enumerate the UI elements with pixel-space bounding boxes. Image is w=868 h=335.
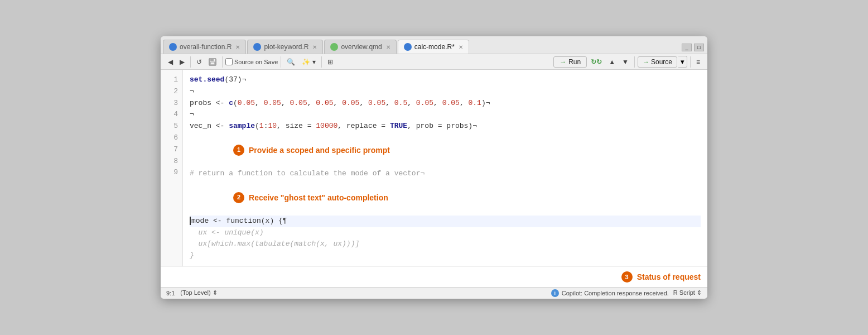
annotation-1-circle: 1 (233, 145, 244, 156)
code-content: 1 2 3 4 5 6 7 8 9 set.seed(37)¬ ¬ probs … (161, 70, 707, 266)
annotation-1-label: 1 Provide a scoped and specific prompt (233, 144, 390, 156)
ghost-line-1: ux <- unique(x) (190, 227, 701, 239)
tab-label: overview.qmd (341, 43, 382, 51)
r-file-icon (404, 43, 412, 51)
line-num: 6 (167, 132, 178, 144)
save-icon (209, 58, 216, 66)
source-btn[interactable]: → Source (638, 56, 677, 68)
code-line-4: ¬ (190, 109, 701, 121)
divider (190, 56, 191, 68)
tab-close-btn[interactable]: ✕ (312, 44, 317, 50)
line-num: 5 (167, 121, 178, 132)
code-line-5: vec_n <- sample(1:10, size = 10000, repl… (190, 121, 701, 132)
divider (634, 56, 635, 68)
line-num (167, 190, 178, 202)
divider (321, 56, 322, 68)
window-controls: _ □ (678, 44, 707, 54)
save-btn[interactable] (206, 57, 219, 67)
code-line-8: 2 Receive "ghost text" auto-completion (190, 180, 701, 216)
divider (222, 56, 223, 68)
code-line-1: set.seed(37)¬ (190, 74, 701, 86)
run-btn[interactable]: → Run (553, 56, 587, 68)
tab-overview[interactable]: overview.qmd ✕ (324, 40, 396, 54)
cursor (190, 217, 191, 225)
menu-btn[interactable]: ≡ (693, 57, 703, 67)
qmd-file-icon (330, 43, 338, 51)
source-arrow-icon: → (643, 58, 649, 66)
copilot-text: Copilot: Completion response received. (562, 290, 669, 296)
annotation-1-text: Provide a scoped and specific prompt (249, 144, 390, 156)
divider (690, 56, 691, 68)
svg-rect-1 (210, 59, 214, 61)
search-btn[interactable]: 🔍 (284, 57, 298, 67)
line-num: 3 (167, 98, 178, 109)
annotation-3-area: 3 Status of request (161, 266, 707, 287)
run-arrow-icon: → (560, 58, 566, 66)
line-num (167, 202, 178, 214)
code-line-9: mode <- function(x) {¶ (190, 216, 701, 227)
annotation-2-label: 2 Receive "ghost text" auto-completion (233, 192, 388, 204)
forward-btn[interactable]: ▶ (177, 57, 187, 67)
line-num (167, 179, 178, 190)
copilot-status: i Copilot: Completion response received. (551, 289, 669, 297)
tab-label: calc-mode.R* (414, 43, 455, 51)
minimize-btn[interactable]: _ (682, 44, 692, 51)
divider (281, 56, 281, 68)
toolbar: ◀ ▶ ↺ Source on Save 🔍 ✨ ▾ ⊞ → Run ↻↻ (161, 54, 707, 70)
tab-close-btn[interactable]: ✕ (386, 44, 390, 50)
language-indicator[interactable]: R Script ⇕ (673, 289, 702, 296)
tab-calc-mode[interactable]: calc-mode.R* ✕ (398, 40, 469, 54)
ghost-line-2: ux[which.max(tabulate(match(x, ux)))] (190, 238, 701, 250)
down-btn[interactable]: ▼ (619, 57, 631, 67)
magic-btn[interactable]: ✨ ▾ (299, 57, 318, 67)
annotation-2-circle: 2 (233, 192, 244, 203)
annotation-3-circle: 3 (621, 271, 633, 283)
info-icon: i (551, 289, 559, 297)
annotation-3-text: Status of request (637, 272, 701, 281)
svg-rect-2 (210, 62, 215, 65)
cursor-position: 9:1 (166, 290, 175, 296)
line-num: 7 (167, 144, 178, 156)
tab-bar: overall-function.R ✕ plot-keyword.R ✕ ov… (161, 36, 707, 54)
reload-btn[interactable]: ↺ (194, 57, 205, 67)
tab-close-btn[interactable]: ✕ (459, 44, 463, 50)
code-lines[interactable]: set.seed(37)¬ ¬ probs <- c(0.05, 0.05, 0… (183, 70, 707, 266)
line-num: 4 (167, 109, 178, 121)
code-line-2: ¬ (190, 86, 701, 98)
r-file-icon (169, 43, 177, 51)
line-num: 1 (167, 74, 178, 86)
tab-overall-function[interactable]: overall-function.R ✕ (163, 40, 246, 54)
source-on-save-checkbox[interactable] (225, 58, 233, 65)
code-line-3: probs <- c(0.05, 0.05, 0.05, 0.05, 0.05,… (190, 98, 701, 109)
status-bar-right: i Copilot: Completion response received.… (551, 289, 702, 297)
status-bar: 9:1 (Top Level) ⇕ i Copilot: Completion … (161, 287, 707, 299)
r-file-icon (253, 43, 261, 51)
copy-btn[interactable]: ⊞ (325, 57, 336, 67)
re-run-btn[interactable]: ↻↻ (588, 57, 605, 67)
code-area: 1 2 3 4 5 6 7 8 9 set.seed(37)¬ ¬ probs … (161, 70, 707, 287)
line-num: 9 (167, 167, 178, 179)
back-btn[interactable]: ◀ (165, 57, 176, 67)
line-numbers: 1 2 3 4 5 6 7 8 9 (161, 70, 183, 266)
scope-indicator: (Top Level) ⇕ (180, 289, 217, 296)
re-run-icon: ↻↻ (591, 58, 602, 66)
code-line-6: 1 Provide a scoped and specific prompt (190, 132, 701, 168)
up-btn[interactable]: ▲ (606, 57, 618, 67)
annotation-3-label: 3 Status of request (621, 271, 701, 283)
ghost-line-3: } (190, 250, 701, 262)
line-num: 2 (167, 86, 178, 98)
source-dropdown-btn[interactable]: ▾ (678, 56, 687, 68)
editor-window: overall-function.R ✕ plot-keyword.R ✕ ov… (161, 36, 707, 299)
line-num: 8 (167, 156, 178, 168)
maximize-btn[interactable]: □ (694, 44, 704, 51)
tab-label: plot-keyword.R (264, 43, 308, 51)
annotation-2-text: Receive "ghost text" auto-completion (249, 192, 388, 204)
tab-label: overall-function.R (180, 43, 232, 51)
tab-plot-keyword[interactable]: plot-keyword.R ✕ (247, 40, 323, 54)
source-on-save-label[interactable]: Source on Save (225, 58, 278, 65)
tab-close-btn[interactable]: ✕ (235, 44, 240, 50)
code-line-7: # return a function to calculate the mod… (190, 168, 701, 180)
